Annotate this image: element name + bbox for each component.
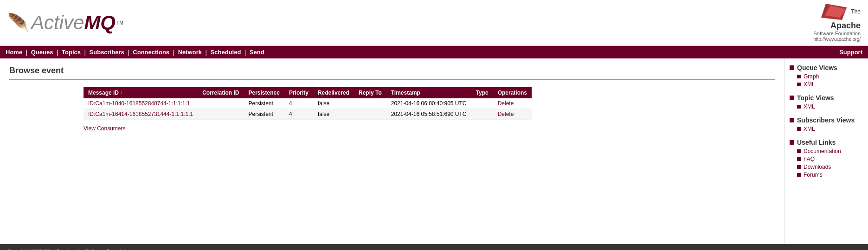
- cell-redelivered: false: [313, 98, 354, 109]
- sidebar-item: XML: [797, 126, 863, 132]
- cell-timestamp: 2021-04-16 06:00:40:905 UTC: [386, 98, 471, 109]
- sidebar-section: Useful LinksDocumentationFAQDownloadsFor…: [790, 139, 863, 178]
- cell-redelivered: false: [313, 109, 354, 120]
- message-id-link[interactable]: ID:Ca1m-16414-1618552731444-1:1:1:1:1: [88, 111, 193, 117]
- nav-separator: |: [24, 49, 29, 56]
- logo-area: 🪶 ActiveMQTM: [7, 12, 123, 34]
- nav-links: Home | Queues | Topics | Subscribers | C…: [6, 49, 264, 56]
- browse-table: Message ID ↑Correlation IDPersistencePri…: [84, 87, 532, 120]
- apache-feather-decoration: [821, 4, 847, 21]
- sidebar-section: Queue ViewsGraphXML: [790, 64, 863, 88]
- sidebar-item: Forums: [797, 172, 863, 178]
- nav-separator: |: [126, 49, 131, 56]
- view-consumers-link[interactable]: View Consumers: [84, 125, 125, 132]
- col-header-operations: Operations: [493, 87, 532, 98]
- cell-persistence: Persistent: [244, 98, 284, 109]
- cell-reply_to: [354, 109, 386, 120]
- nav-link-queues[interactable]: Queues: [31, 49, 53, 56]
- sidebar-item: Documentation: [797, 148, 863, 154]
- cell-message_id: ID:Ca1m-16414-1618552731444-1:1:1:1:1: [84, 109, 198, 120]
- content: Browse event Message ID ↑Correlation IDP…: [0, 58, 784, 244]
- col-header-correlation_id: Correlation ID: [198, 87, 244, 98]
- sidebar-link-graph[interactable]: Graph: [804, 73, 819, 80]
- sidebar-section: Topic ViewsXML: [790, 94, 863, 110]
- footer: Copyright 2005-2014 The Apache Software …: [0, 244, 868, 250]
- sidebar-link-faq[interactable]: FAQ: [804, 156, 815, 162]
- navbar: Home | Queues | Topics | Subscribers | C…: [0, 46, 868, 58]
- main-layout: Browse event Message ID ↑Correlation IDP…: [0, 58, 868, 244]
- sidebar-link-xml[interactable]: XML: [804, 81, 815, 88]
- col-header-reply_to: Reply To: [354, 87, 386, 98]
- cell-correlation_id: [198, 109, 244, 120]
- nav-separator: |: [55, 49, 60, 56]
- cell-priority: 4: [284, 98, 313, 109]
- sidebar-item: Graph: [797, 73, 863, 80]
- nav-link-network[interactable]: Network: [178, 49, 202, 56]
- logo-active: Active: [31, 12, 84, 34]
- apache-software-text: Software Foundation: [813, 31, 861, 36]
- sidebar-item-bullet: [797, 165, 801, 169]
- col-header-message_id: Message ID ↑: [84, 87, 198, 98]
- nav-separator: |: [83, 49, 88, 56]
- sidebar-section-bullet: [790, 140, 794, 145]
- nav-link-scheduled[interactable]: Scheduled: [211, 49, 241, 56]
- sidebar-item-bullet: [797, 173, 801, 177]
- sidebar-section-title: Useful Links: [790, 139, 863, 146]
- apache-the-text: The: [851, 8, 861, 15]
- sidebar-item: XML: [797, 81, 863, 88]
- sidebar-item: FAQ: [797, 156, 863, 162]
- col-header-priority: Priority: [284, 87, 313, 98]
- apache-logo: The Apache Software Foundation http://ww…: [813, 4, 861, 42]
- sidebar-link-forums[interactable]: Forums: [804, 172, 823, 178]
- support-link[interactable]: Support: [839, 49, 862, 56]
- sidebar-item-bullet: [797, 149, 801, 153]
- sidebar-item-bullet: [797, 105, 801, 109]
- sidebar-link-xml[interactable]: XML: [804, 103, 815, 110]
- cell-message_id: ID:Ca1m-1040-1618552840744-1:1:1:1:1: [84, 98, 198, 109]
- col-header-timestamp: Timestamp: [386, 87, 471, 98]
- col-header-redelivered: Redelivered: [313, 87, 354, 98]
- cell-persistence: Persistent: [244, 109, 284, 120]
- sidebar-section-title: Topic Views: [790, 94, 863, 102]
- apache-url-text: http://www.apache.org/: [813, 37, 861, 42]
- message-id-link[interactable]: ID:Ca1m-1040-1618552840744-1:1:1:1:1: [88, 100, 190, 107]
- cell-priority: 4: [284, 109, 313, 120]
- col-header-type: Type: [471, 87, 493, 98]
- cell-reply_to: [354, 98, 386, 109]
- sidebar-link-downloads[interactable]: Downloads: [804, 164, 831, 170]
- delete-link[interactable]: Delete: [498, 111, 514, 117]
- logo-mq: MQ: [84, 12, 116, 34]
- nav-separator: |: [243, 49, 248, 56]
- header: 🪶 ActiveMQTM The Apache Software Foundat…: [0, 0, 868, 46]
- nav-link-home[interactable]: Home: [6, 49, 22, 56]
- sidebar-item: Downloads: [797, 164, 863, 170]
- delete-link[interactable]: Delete: [498, 100, 514, 107]
- sidebar-link-xml[interactable]: XML: [804, 126, 815, 132]
- sidebar-item: XML: [797, 103, 863, 110]
- cell-timestamp: 2021-04-16 05:58:51:690 UTC: [386, 109, 471, 120]
- nav-link-connections[interactable]: Connections: [133, 49, 169, 56]
- cell-operations: Delete: [493, 98, 532, 109]
- apache-title-text: Apache: [830, 21, 861, 30]
- nav-separator: |: [204, 49, 209, 56]
- nav-separator: |: [171, 49, 176, 56]
- sidebar: Queue ViewsGraphXMLTopic ViewsXMLSubscri…: [784, 58, 868, 244]
- sidebar-section-bullet: [790, 65, 794, 70]
- sidebar-section-bullet: [790, 118, 794, 122]
- page-title: Browse event: [9, 66, 775, 80]
- col-header-persistence: Persistence: [244, 87, 284, 98]
- nav-link-send[interactable]: Send: [250, 49, 264, 56]
- sidebar-item-bullet: [797, 127, 801, 131]
- table-row: ID:Ca1m-1040-1618552840744-1:1:1:1:1Pers…: [84, 98, 532, 109]
- logo-tm: TM: [116, 20, 123, 26]
- sidebar-item-bullet: [797, 83, 801, 86]
- sidebar-item-bullet: [797, 157, 801, 161]
- feather-icon: 🪶: [7, 13, 29, 33]
- sidebar-section-title: Subscribers Views: [790, 116, 863, 124]
- nav-link-topics[interactable]: Topics: [62, 49, 81, 56]
- cell-correlation_id: [198, 98, 244, 109]
- cell-type: [471, 109, 493, 120]
- sidebar-link-documentation[interactable]: Documentation: [804, 148, 841, 154]
- nav-link-subscribers[interactable]: Subscribers: [90, 49, 124, 56]
- sidebar-section-title: Queue Views: [790, 64, 863, 71]
